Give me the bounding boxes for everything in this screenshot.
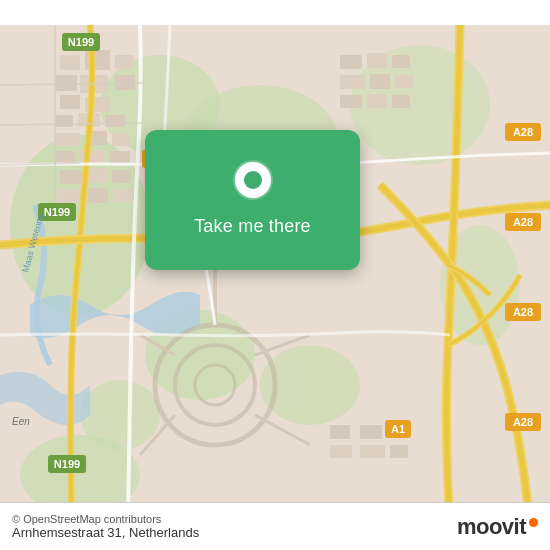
svg-text:N199: N199 bbox=[44, 206, 70, 218]
svg-text:A28: A28 bbox=[513, 216, 533, 228]
svg-rect-20 bbox=[105, 115, 125, 127]
map-attribution: © OpenStreetMap contributors bbox=[12, 513, 199, 525]
svg-rect-48 bbox=[367, 94, 387, 108]
svg-text:Een: Een bbox=[12, 416, 30, 427]
svg-rect-32 bbox=[113, 189, 131, 202]
svg-rect-41 bbox=[340, 55, 362, 69]
map-svg: N199 N199 N199 A1 A1 A28 A28 A28 A28 Maa… bbox=[0, 0, 550, 550]
svg-text:A28: A28 bbox=[513, 416, 533, 428]
svg-text:A28: A28 bbox=[513, 126, 533, 138]
svg-rect-47 bbox=[340, 95, 362, 108]
svg-rect-45 bbox=[370, 74, 390, 89]
map-container: N199 N199 N199 A1 A1 A28 A28 A28 A28 Maa… bbox=[0, 0, 550, 550]
svg-rect-26 bbox=[110, 151, 130, 163]
svg-rect-10 bbox=[60, 55, 80, 70]
svg-rect-54 bbox=[330, 425, 350, 439]
svg-rect-55 bbox=[330, 445, 352, 458]
take-me-there-button[interactable]: Take me there bbox=[194, 216, 311, 237]
moovit-dot-icon bbox=[529, 518, 538, 527]
svg-rect-29 bbox=[112, 170, 130, 183]
svg-rect-31 bbox=[88, 188, 108, 203]
svg-rect-52 bbox=[360, 445, 385, 458]
svg-rect-43 bbox=[392, 55, 410, 68]
svg-text:N199: N199 bbox=[54, 458, 80, 470]
svg-rect-30 bbox=[58, 189, 83, 203]
svg-rect-42 bbox=[367, 53, 387, 68]
svg-text:A1: A1 bbox=[391, 423, 405, 435]
svg-rect-46 bbox=[395, 75, 413, 88]
svg-rect-21 bbox=[55, 133, 80, 146]
svg-rect-44 bbox=[340, 75, 365, 89]
svg-rect-50 bbox=[360, 425, 382, 439]
location-card[interactable]: Take me there bbox=[145, 130, 360, 270]
svg-text:A28: A28 bbox=[513, 306, 533, 318]
svg-rect-49 bbox=[392, 95, 410, 108]
svg-rect-16 bbox=[60, 95, 80, 109]
svg-rect-24 bbox=[55, 151, 75, 163]
moovit-logo-text: moovit bbox=[457, 514, 526, 540]
svg-rect-28 bbox=[87, 168, 107, 183]
svg-text:N199: N199 bbox=[68, 36, 94, 48]
svg-rect-53 bbox=[390, 445, 408, 458]
address-text: Arnhemsestraat 31, Netherlands bbox=[12, 525, 199, 540]
moovit-logo: moovit bbox=[457, 514, 538, 540]
svg-rect-12 bbox=[115, 55, 133, 69]
svg-rect-27 bbox=[60, 170, 82, 184]
bottom-bar: © OpenStreetMap contributors Arnhemsestr… bbox=[0, 502, 550, 550]
svg-rect-23 bbox=[112, 133, 130, 146]
location-pin-icon bbox=[231, 164, 275, 208]
